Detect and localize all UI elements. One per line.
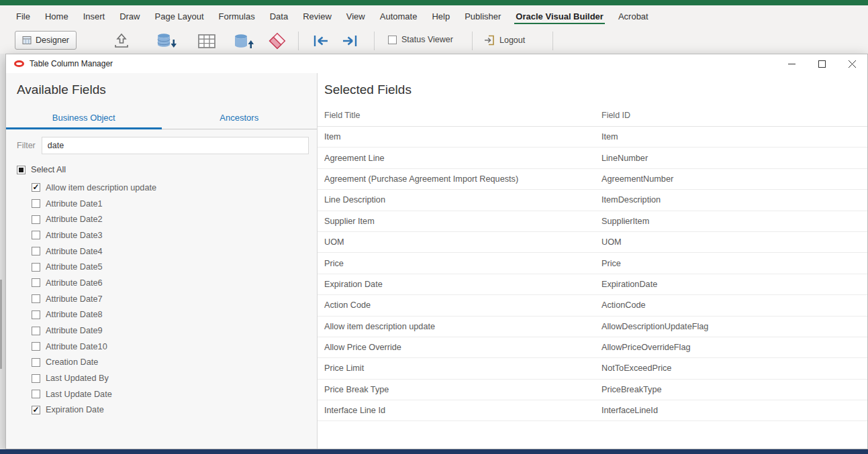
field-id-cell: Price xyxy=(601,259,867,268)
checkbox[interactable] xyxy=(32,358,40,367)
list-item[interactable]: Last Update Date xyxy=(32,386,317,402)
checkbox[interactable] xyxy=(32,327,40,335)
upload-button[interactable] xyxy=(109,30,134,52)
menu-view[interactable]: View xyxy=(339,5,373,27)
select-all-checkbox[interactable] xyxy=(17,166,26,174)
status-viewer-toggle[interactable]: Status Viewer xyxy=(388,35,453,44)
designer-button[interactable]: Designer xyxy=(15,31,77,50)
menu-help[interactable]: Help xyxy=(424,5,457,27)
list-item[interactable]: Last Updated By xyxy=(32,370,317,386)
checkbox[interactable] xyxy=(32,342,40,351)
menu-file[interactable]: File xyxy=(9,5,38,27)
menu-publisher[interactable]: Publisher xyxy=(457,5,508,27)
checkbox[interactable] xyxy=(32,390,40,398)
field-id-cell: PriceBreakType xyxy=(601,385,867,394)
table-row[interactable]: Allow item description update AllowDescr… xyxy=(318,317,867,337)
table-row[interactable]: Price Break Type PriceBreakType xyxy=(318,380,867,400)
menu-automate[interactable]: Automate xyxy=(373,5,425,27)
list-item[interactable]: Attribute Date4 xyxy=(32,243,317,260)
arrow-to-right-bar-button[interactable] xyxy=(338,30,362,52)
arrow-to-right-bar-icon xyxy=(340,34,359,48)
list-item[interactable]: Creation Date xyxy=(32,355,317,371)
list-item[interactable]: Attribute Date1 xyxy=(32,196,317,212)
eraser-button[interactable] xyxy=(265,30,289,52)
table-row[interactable]: Supplier Item SupplierItem xyxy=(318,211,867,232)
checkbox[interactable] xyxy=(32,247,40,256)
tab-ancestors[interactable]: Ancestors xyxy=(162,108,318,129)
list-item[interactable]: Attribute Date8 xyxy=(32,307,317,323)
tab-business-object[interactable]: Business Object xyxy=(6,108,162,129)
list-item[interactable]: Allow item description update xyxy=(32,180,317,196)
designer-label: Designer xyxy=(36,36,69,45)
menu-page-layout[interactable]: Page Layout xyxy=(148,5,211,27)
field-title-cell: Line Description xyxy=(324,195,601,205)
close-button[interactable] xyxy=(837,54,867,73)
field-id-cell: LineNumber xyxy=(601,154,867,163)
menu-insert[interactable]: Insert xyxy=(76,5,113,27)
table-row[interactable]: Interface Line Id InterfaceLineId xyxy=(318,400,867,421)
checkbox[interactable] xyxy=(32,294,40,303)
list-item[interactable]: Attribute Date7 xyxy=(32,291,317,307)
available-fields-heading: Available Fields xyxy=(17,82,317,97)
filter-input[interactable] xyxy=(42,137,309,154)
column-header-field-title: Field Title xyxy=(324,111,601,120)
menu-data[interactable]: Data xyxy=(262,5,295,27)
field-title-cell: Price Break Type xyxy=(324,385,601,394)
table-row[interactable]: Allow Price Override AllowPriceOverrideF… xyxy=(318,337,867,358)
menu-draw[interactable]: Draw xyxy=(112,5,147,27)
arrow-to-left-bar-button[interactable] xyxy=(309,30,333,52)
table-row[interactable]: Agreement Line LineNumber xyxy=(318,148,867,168)
list-item[interactable]: Expiration Date xyxy=(32,402,317,418)
list-item[interactable]: Attribute Date3 xyxy=(32,227,317,243)
checkbox-label: Creation Date xyxy=(46,357,98,367)
menu-oracle-visual-builder[interactable]: Oracle Visual Builder xyxy=(508,5,611,27)
field-id-cell: SupplierItem xyxy=(601,217,867,226)
list-item[interactable]: Attribute Date10 xyxy=(32,339,317,355)
dialog-titlebar[interactable]: Table Column Manager xyxy=(6,54,867,73)
database-import-button[interactable] xyxy=(154,30,179,52)
checkbox[interactable] xyxy=(32,310,40,319)
checkbox[interactable] xyxy=(32,263,40,272)
field-title-cell: Expiration Date xyxy=(324,280,601,289)
list-item[interactable]: Attribute Date6 xyxy=(32,275,317,291)
checkbox[interactable] xyxy=(32,406,40,414)
column-header-field-id: Field ID xyxy=(601,111,867,120)
table-row[interactable]: Price Limit NotToExceedPrice xyxy=(318,358,867,379)
table-row[interactable]: Item Item xyxy=(318,127,867,148)
table-row[interactable]: Price Price xyxy=(318,253,867,274)
list-item[interactable]: Attribute Date9 xyxy=(32,323,317,339)
minimize-button[interactable] xyxy=(777,54,807,73)
menu-review[interactable]: Review xyxy=(295,5,339,27)
checkbox-label: Attribute Date8 xyxy=(46,310,103,319)
field-title-cell: Agreement (Purchase Agreement Import Req… xyxy=(324,174,601,184)
field-id-cell: NotToExceedPrice xyxy=(601,363,867,373)
checkbox[interactable] xyxy=(32,183,40,192)
checkbox[interactable] xyxy=(32,199,40,208)
background-scrollbar xyxy=(0,280,2,369)
table-row[interactable]: Action Code ActionCode xyxy=(318,295,867,316)
table-row[interactable]: Agreement (Purchase Agreement Import Req… xyxy=(318,169,867,190)
maximize-button[interactable] xyxy=(807,54,837,73)
field-title-cell: Price xyxy=(324,259,601,268)
field-title-cell: Agreement Line xyxy=(324,154,601,163)
menu-acrobat[interactable]: Acrobat xyxy=(611,5,656,27)
table-grid-button[interactable] xyxy=(195,30,219,52)
table-row[interactable]: Expiration Date ExpirationDate xyxy=(318,274,867,295)
list-item[interactable]: Attribute Date5 xyxy=(32,259,317,275)
select-all-row[interactable]: Select All xyxy=(17,165,317,174)
logout-button[interactable]: Logout xyxy=(483,34,525,46)
checkbox[interactable] xyxy=(32,231,40,239)
checkbox-label: Attribute Date10 xyxy=(46,342,107,351)
checkbox[interactable] xyxy=(32,215,40,224)
table-row[interactable]: Line Description ItemDescription xyxy=(318,190,867,211)
menu-formulas[interactable]: Formulas xyxy=(211,5,262,27)
checkbox[interactable] xyxy=(32,374,40,383)
toolbar-separator xyxy=(552,32,553,50)
checkbox[interactable] xyxy=(32,278,40,287)
list-item[interactable]: Attribute Date2 xyxy=(32,211,317,227)
status-viewer-checkbox[interactable] xyxy=(388,36,397,44)
table-column-manager-dialog: Table Column Manager Available Fields Bu… xyxy=(5,54,868,449)
menu-home[interactable]: Home xyxy=(38,5,76,27)
table-row[interactable]: UOM UOM xyxy=(318,232,867,253)
database-export-button[interactable] xyxy=(232,30,256,52)
